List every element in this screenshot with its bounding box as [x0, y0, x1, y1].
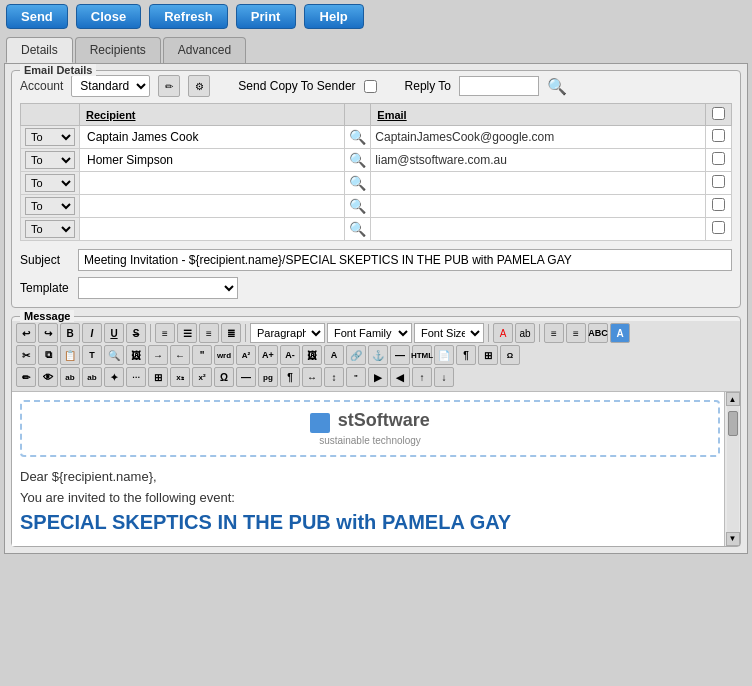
editor-body[interactable]: stSoftware sustainable technology Dear $… [12, 392, 740, 546]
hr-btn[interactable]: — [390, 345, 410, 365]
block-quote-btn[interactable]: " [346, 367, 366, 387]
btn-3-4[interactable]: ab [82, 367, 102, 387]
type-select-1[interactable]: ToCCBCC [25, 151, 75, 169]
scroll-track [727, 406, 739, 532]
recipients-table: Recipient Email ToCCBCC [20, 103, 732, 241]
link-btn[interactable]: 🔗 [346, 345, 366, 365]
resize-btn[interactable]: ↕ [324, 367, 344, 387]
superscript-btn[interactable]: A² [236, 345, 256, 365]
main-toolbar: Send Close Refresh Print Help [0, 0, 752, 33]
col-search [345, 104, 371, 126]
btn-3-5[interactable]: ✦ [104, 367, 124, 387]
check-cell-3 [706, 195, 732, 218]
send-copy-checkbox[interactable] [364, 80, 377, 93]
type-select-2[interactable]: ToCCBCC [25, 174, 75, 192]
word-count-btn[interactable]: wrd [214, 345, 234, 365]
cut-btn[interactable]: ✂ [16, 345, 36, 365]
main-content: Email Details Account Standard ✏ ⚙ Send … [4, 63, 748, 554]
type-select-4[interactable]: ToCCBCC [25, 220, 75, 238]
recipient-search-icon-4[interactable]: 🔍 [349, 221, 366, 237]
recipient-checkbox-4[interactable] [712, 221, 725, 234]
recipient-search-icon-0[interactable]: 🔍 [349, 129, 366, 145]
recipient-checkbox-2[interactable] [712, 175, 725, 188]
editor-wrapper: stSoftware sustainable technology Dear $… [12, 392, 740, 546]
anchor-btn[interactable]: ⚓ [368, 345, 388, 365]
outdent-btn[interactable]: ← [170, 345, 190, 365]
find-btn[interactable]: 🔍 [104, 345, 124, 365]
dear-text: Dear ${recipient.name}, [20, 469, 720, 484]
subject-input[interactable] [78, 249, 732, 271]
template-label: Template [20, 281, 70, 295]
font-size-inc-btn[interactable]: A+ [258, 345, 278, 365]
sub-btn[interactable]: x₂ [170, 367, 190, 387]
template-select[interactable] [78, 277, 238, 299]
direction-btn[interactable]: ¶ [280, 367, 300, 387]
email-details-legend: Email Details [20, 64, 96, 76]
btn-3-3[interactable]: ab [60, 367, 80, 387]
font-size-dec-btn[interactable]: A- [280, 345, 300, 365]
indent-btn[interactable]: → [148, 345, 168, 365]
recipient-checkbox-0[interactable] [712, 129, 725, 142]
name-input-2[interactable] [84, 175, 224, 191]
dir-rtl-btn[interactable]: ↔ [302, 367, 322, 387]
template-row: Template [20, 277, 732, 299]
table-btn[interactable]: ⊞ [478, 345, 498, 365]
image-btn[interactable]: 🖼 [126, 345, 146, 365]
name-cell-1 [80, 149, 345, 172]
paste-plain-btn[interactable]: T [82, 345, 102, 365]
sup-btn[interactable]: x² [192, 367, 212, 387]
tab-recipients[interactable]: Recipients [75, 37, 161, 63]
move-down-btn[interactable]: ↓ [434, 367, 454, 387]
special-char-btn[interactable]: Ω [214, 367, 234, 387]
edit-html-btn[interactable]: ✏ [16, 367, 36, 387]
move-up-btn[interactable]: ↑ [412, 367, 432, 387]
template-btn[interactable]: 📄 [434, 345, 454, 365]
print-button[interactable]: Print [236, 4, 296, 29]
name-cell-0 [80, 126, 345, 149]
type-select-0[interactable]: ToCCBCC [25, 128, 75, 146]
email-cell-0: CaptainJamesCook@google.com [371, 126, 706, 149]
paste-btn[interactable]: 📋 [60, 345, 80, 365]
name-input-3[interactable] [84, 198, 224, 214]
select-all-checkbox[interactable] [712, 107, 725, 120]
recipient-search-icon-1[interactable]: 🔍 [349, 152, 366, 168]
name-input-1[interactable] [84, 152, 224, 168]
scroll-down-arrow[interactable]: ▼ [726, 532, 740, 546]
tab-details[interactable]: Details [6, 37, 73, 63]
send-button[interactable]: Send [6, 4, 68, 29]
pagebreak-btn[interactable]: pg [258, 367, 278, 387]
editor-scrollbar[interactable]: ▲ ▼ [724, 392, 740, 546]
check-cell-2 [706, 172, 732, 195]
help-button[interactable]: Help [304, 4, 364, 29]
col-email: Email [371, 104, 706, 126]
para-mark-btn[interactable]: ¶ [456, 345, 476, 365]
name-input-4[interactable] [84, 221, 224, 237]
refresh-button[interactable]: Refresh [149, 4, 227, 29]
recipient-checkbox-1[interactable] [712, 152, 725, 165]
preview-btn[interactable]: 👁 [38, 367, 58, 387]
table-grid-btn[interactable]: ⊞ [148, 367, 168, 387]
recipient-checkbox-3[interactable] [712, 198, 725, 211]
tab-bar: Details Recipients Advanced [0, 33, 752, 63]
bar-btn[interactable]: — [236, 367, 256, 387]
close-button[interactable]: Close [76, 4, 141, 29]
name-input-0[interactable] [84, 129, 224, 145]
html-btn[interactable]: HTML [412, 345, 432, 365]
char-map-btn[interactable]: Ω [500, 345, 520, 365]
check-cell-1 [706, 149, 732, 172]
scroll-up-arrow[interactable]: ▲ [726, 392, 740, 406]
more-btn-2[interactable]: ◀ [390, 367, 410, 387]
font-color2-btn[interactable]: A [324, 345, 344, 365]
toolbar-row-3: ✏ 👁 ab ab ✦ ⋯ ⊞ x₂ x² Ω — pg ¶ ↔ ↕ " ▶ [16, 367, 736, 387]
type-select-3[interactable]: ToCCBCC [25, 197, 75, 215]
merge-btn[interactable]: ⋯ [126, 367, 146, 387]
more-btn-1[interactable]: ▶ [368, 367, 388, 387]
quote-btn[interactable]: " [192, 345, 212, 365]
tab-advanced[interactable]: Advanced [163, 37, 246, 63]
recipient-search-icon-2[interactable]: 🔍 [349, 175, 366, 191]
copy-btn[interactable]: ⧉ [38, 345, 58, 365]
message-content: ↩ ↪ B I U S ≡ ☰ ≡ ≣ Paragraph F [12, 321, 740, 546]
scroll-thumb[interactable] [728, 411, 738, 436]
insert-image-btn[interactable]: 🖼 [302, 345, 322, 365]
recipient-search-icon-3[interactable]: 🔍 [349, 198, 366, 214]
